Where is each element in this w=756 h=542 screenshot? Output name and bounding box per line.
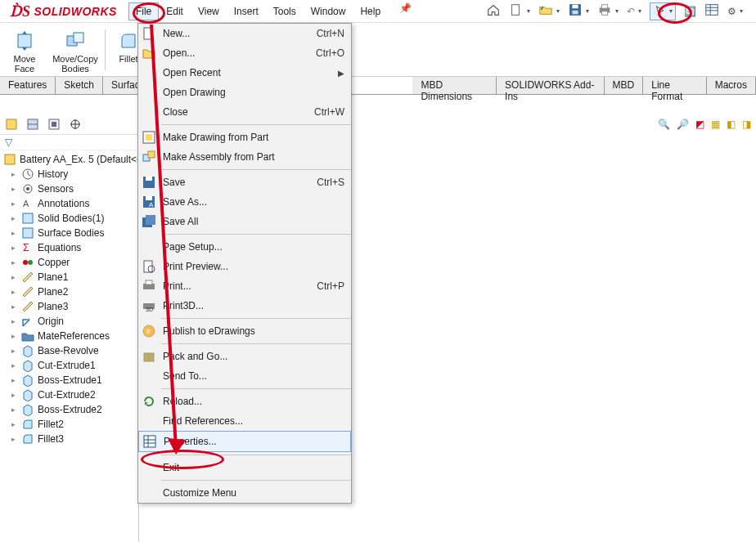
open-icon[interactable]: [538, 2, 553, 20]
zoom-area-icon[interactable]: 🔎: [677, 119, 689, 130]
tree-node-label: Base-Revolve: [38, 345, 99, 356]
svg-rect-5: [601, 5, 607, 9]
save-icon[interactable]: [568, 2, 583, 20]
tree-node[interactable]: ▸Plane1: [0, 270, 138, 284]
menu-edit[interactable]: Edit: [159, 2, 191, 20]
tree-node[interactable]: ▸Fillet2: [0, 417, 138, 432]
tree-tab-dim-icon[interactable]: [69, 118, 82, 131]
tree-node[interactable]: ▸Boss-Extrude1: [0, 373, 138, 387]
menu-tools[interactable]: Tools: [266, 2, 304, 20]
zoom-fit-icon[interactable]: 🔍: [658, 119, 670, 130]
menu-item-pack-and-go[interactable]: Pack and Go...: [138, 347, 351, 366]
app-logo: D̀SSOLIDWORKS: [5, 2, 122, 20]
view-toolbar: 🔍 🔎 ◩ ▦ ◧ ◨: [658, 119, 751, 130]
menu-item-new[interactable]: New...Ctrl+N: [138, 24, 351, 43]
tree-tab-property-icon[interactable]: [26, 118, 39, 131]
menu-item-label: Make Drawing from Part: [163, 132, 344, 143]
tree-node[interactable]: ▸Origin: [0, 314, 138, 329]
tab-mbd-dimensions[interactable]: MBD Dimensions: [412, 77, 497, 94]
tab-macros[interactable]: Macros: [707, 77, 756, 94]
rebuild-icon[interactable]: 🔄: [684, 6, 696, 17]
menu-item-print3d[interactable]: 3DPrint3D...: [138, 296, 351, 316]
hide-show-icon[interactable]: ◧: [727, 119, 736, 130]
home-icon[interactable]: [486, 2, 501, 20]
menu-item-make-drawing-from-part[interactable]: Make Drawing from Part: [138, 128, 351, 147]
menu-file[interactable]: File: [128, 2, 159, 20]
tree-node-label: Cut-Extrude2: [38, 389, 96, 401]
fillet-label: Fillet: [119, 54, 137, 64]
tree-node[interactable]: ▸AAnnotations: [0, 196, 138, 211]
tree-node[interactable]: ▸Surface Bodies: [0, 226, 138, 240]
new-doc-icon[interactable]: [509, 2, 524, 20]
move-face-button[interactable]: Move Face: [2, 26, 47, 74]
menu-item-customize-menu[interactable]: Customize Menu: [138, 483, 351, 503]
tab-addins[interactable]: SOLIDWORKS Add-Ins: [497, 77, 604, 94]
tree-root[interactable]: Battery AA_Ex. 5 (Default<<: [0, 152, 138, 167]
menu-item-properties[interactable]: Properties...: [138, 431, 351, 452]
tree-node[interactable]: ▸Boss-Extrude2: [0, 402, 138, 417]
settings-icon[interactable]: ⚙: [727, 6, 736, 17]
menu-item-label: Close: [163, 106, 308, 118]
menu-item-shortcut: Ctrl+P: [317, 280, 344, 292]
menu-item-reload[interactable]: Reload...: [138, 392, 351, 411]
menu-item-save[interactable]: SaveCtrl+S: [138, 172, 351, 192]
menu-item-find-references[interactable]: Find References...: [138, 411, 351, 431]
command-tabs: Features Sketch Surfaces MBD Dimensions …: [0, 77, 756, 95]
tree-tab-feature-icon[interactable]: [5, 118, 18, 131]
tree-node[interactable]: ▸ΣEquations: [0, 240, 138, 255]
menu-item-save-as[interactable]: ASave As...: [138, 192, 351, 212]
move-copy-bodies-button[interactable]: Move/Copy Bodies: [52, 26, 98, 74]
appearance-icon[interactable]: ◨: [742, 119, 751, 130]
tree-node-label: Copper: [38, 257, 70, 268]
menu-item-publish-to-edrawings[interactable]: ePublish to eDrawings: [138, 321, 351, 341]
tree-node[interactable]: ▸Base-Revolve: [0, 343, 138, 358]
undo-icon[interactable]: ↶: [627, 6, 635, 17]
filter-icon[interactable]: ▽: [5, 137, 12, 148]
tree-node[interactable]: ▸Cut-Extrude2: [0, 387, 138, 402]
tree-tab-config-icon[interactable]: [47, 118, 61, 131]
menu-item-open[interactable]: Open...Ctrl+O: [138, 43, 351, 63]
menu-window[interactable]: Window: [304, 2, 353, 20]
tree-node[interactable]: ▸Fillet3: [0, 432, 138, 446]
menu-item-save-all[interactable]: Save All: [138, 212, 351, 231]
menu-item-page-setup[interactable]: Page Setup...: [138, 237, 351, 257]
menu-insert[interactable]: Insert: [227, 2, 266, 20]
menu-view[interactable]: View: [191, 2, 227, 20]
menu-item-close[interactable]: CloseCtrl+W: [138, 102, 351, 122]
menu-item-exit[interactable]: Exit: [138, 458, 351, 477]
menu-item-send-to[interactable]: Send To...: [138, 366, 351, 386]
main-menus: File Edit View Insert Tools Window Help …: [128, 2, 412, 20]
tab-features[interactable]: Features: [0, 77, 56, 94]
svg-rect-28: [23, 228, 33, 238]
move-face-label: Move Face: [14, 54, 36, 74]
menu-item-open-drawing[interactable]: Open Drawing: [138, 83, 351, 102]
tree-node[interactable]: ▸Sensors: [0, 181, 138, 196]
menu-item-open-recent[interactable]: Open Recent▶: [138, 63, 351, 83]
tab-line-format[interactable]: Line Format: [643, 77, 706, 94]
tree-node[interactable]: ▸Cut-Extrude1: [0, 358, 138, 373]
properties-icon[interactable]: [704, 2, 719, 20]
menu-item-make-assembly-from-part[interactable]: Make Assembly from Part: [138, 147, 351, 167]
tree-node[interactable]: ▸Plane2: [0, 284, 138, 299]
svg-rect-36: [148, 151, 155, 158]
feature-tree-panel: ▽ Battery AA_Ex. 5 (Default<< ▸History▸S…: [0, 114, 139, 542]
svg-rect-43: [146, 215, 155, 225]
section-view-icon[interactable]: ◩: [695, 119, 704, 130]
print-icon[interactable]: [597, 2, 612, 20]
menu-item-print-preview[interactable]: Print Preview...: [138, 257, 351, 276]
menu-item-shortcut: Ctrl+W: [314, 106, 344, 118]
select-tool[interactable]: ▾: [650, 2, 676, 20]
tree-node[interactable]: ▸Plane3: [0, 299, 138, 314]
tree-node[interactable]: ▸Copper: [0, 255, 138, 270]
display-style-icon[interactable]: ▦: [711, 119, 720, 130]
tree-node[interactable]: ▸MateReferences: [0, 329, 138, 343]
menu-help[interactable]: Help: [353, 2, 388, 20]
pin-icon[interactable]: 📌: [399, 2, 412, 20]
tab-sketch[interactable]: Sketch: [56, 77, 103, 94]
tree-node[interactable]: ▸History: [0, 167, 138, 181]
menu-item-print[interactable]: Print...Ctrl+P: [138, 276, 351, 296]
tree-node[interactable]: ▸Solid Bodies(1): [0, 211, 138, 226]
tab-mbd[interactable]: MBD: [605, 77, 644, 94]
svg-rect-40: [146, 196, 152, 200]
menu-item-shortcut: Ctrl+N: [317, 28, 344, 39]
